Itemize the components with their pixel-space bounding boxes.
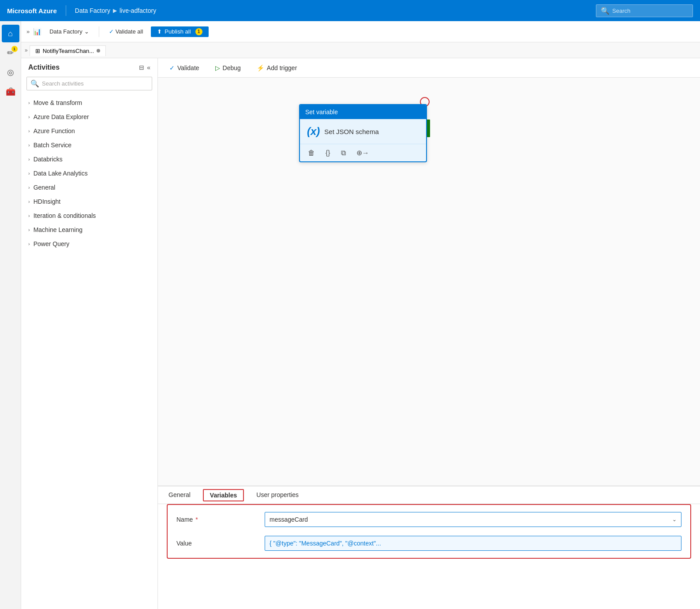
workspace: Activities ⊟ « 🔍 › Move & transform (21, 58, 700, 609)
set-variable-header: Set variable (300, 105, 426, 119)
publish-all-btn[interactable]: ⬆ Publish all 1 (151, 26, 208, 37)
chevron-right-icon: › (28, 227, 30, 232)
content-area: » 📊 Data Factory ⌄ ✓ Validate all ⬆ Publ… (21, 21, 700, 609)
tab-general[interactable]: General (167, 488, 192, 503)
icon-sidebar: ⌂ ✏ 1 ◎ 🧰 (0, 21, 21, 609)
chevron-right-icon: › (28, 171, 30, 176)
search-icon: 🔍 (30, 79, 39, 88)
datafactory-chevron-icon: ⌄ (84, 28, 89, 35)
activities-search-box[interactable]: 🔍 (26, 77, 152, 90)
add-activity-btn[interactable]: ⊕→ (355, 148, 371, 158)
top-nav: Microsoft Azure Data Factory ▶ live-adfa… (0, 0, 700, 21)
chevron-right-icon: › (28, 157, 30, 162)
search-input[interactable] (612, 7, 688, 14)
activity-group-label: Databricks (34, 156, 63, 163)
validate-btn[interactable]: ✓ Validate (167, 63, 202, 73)
chevron-right-icon: › (28, 241, 30, 247)
datafactory-dropdown-btn[interactable]: Data Factory ⌄ (45, 26, 93, 37)
list-item[interactable]: › Move & transform (21, 96, 157, 110)
json-btn[interactable]: {} (324, 148, 332, 158)
set-variable-card[interactable]: Set variable (x) Set JSON schema 🗑 {} ⧉ … (299, 104, 427, 162)
validate-all-label: Validate all (116, 28, 143, 35)
activity-group-label: Data Lake Analytics (34, 170, 88, 177)
sidebar-edit-btn[interactable]: ✏ 1 (2, 44, 19, 62)
list-item[interactable]: › Batch Service (21, 138, 157, 152)
value-text: { "@type": "MessageCard", "@context"... (270, 540, 381, 547)
value-row: Value { "@type": "MessageCard", "@contex… (176, 536, 681, 551)
list-item[interactable]: › Azure Function (21, 124, 157, 138)
edit-badge: 1 (11, 46, 18, 52)
value-input[interactable]: { "@type": "MessageCard", "@context"... (265, 536, 681, 551)
publish-label: Publish all (165, 28, 191, 35)
sidebar-monitor-btn[interactable]: ◎ (2, 64, 19, 81)
home-icon: ⌂ (8, 29, 13, 38)
activities-search-input[interactable] (42, 80, 148, 87)
right-panel: ✓ Validate ▷ Debug ⚡ Add trigger (158, 58, 700, 609)
tab-variables[interactable]: Variables (203, 489, 244, 501)
name-value: messageCard (270, 516, 308, 523)
validate-icon: ✓ (169, 64, 175, 71)
breadcrumb-resource: live-adfactory (120, 7, 156, 14)
chevron-right-icon: › (28, 128, 30, 134)
pipeline-canvas: Set variable (x) Set JSON schema 🗑 {} ⧉ … (158, 78, 700, 486)
variables-form: Name * messageCard ⌄ Value { "@type" (167, 504, 691, 559)
list-item[interactable]: › General (21, 180, 157, 194)
list-item[interactable]: › Power Query (21, 237, 157, 251)
pipeline-tab-icon: ⊞ (35, 48, 40, 54)
search-icon: 🔍 (601, 7, 610, 15)
list-item[interactable]: › Iteration & conditionals (21, 209, 157, 223)
activity-group-label: Batch Service (34, 142, 71, 149)
name-dropdown[interactable]: messageCard ⌄ (265, 512, 681, 527)
required-asterisk: * (195, 516, 198, 523)
tab-user-properties[interactable]: User properties (255, 488, 300, 503)
list-item[interactable]: › HDInsight (21, 194, 157, 209)
list-item[interactable]: › Azure Data Explorer (21, 110, 157, 124)
debug-icon: ▷ (215, 64, 220, 71)
activities-header: Activities ⊟ « (21, 58, 157, 75)
list-item[interactable]: › Databricks (21, 152, 157, 166)
chevron-right-icon: › (28, 100, 30, 105)
collapse-icon[interactable]: ⊟ (139, 64, 144, 71)
tab-variables-label: Variables (210, 492, 237, 499)
breadcrumb-service[interactable]: Data Factory (75, 7, 110, 14)
chevron-right-icon: › (28, 199, 30, 204)
chevron-right-icon: › (28, 142, 30, 148)
main-toolbar: » 📊 Data Factory ⌄ ✓ Validate all ⬆ Publ… (21, 21, 700, 42)
activities-header-actions: ⊟ « (139, 64, 150, 71)
list-item[interactable]: › Data Lake Analytics (21, 166, 157, 180)
toolbar-divider (99, 26, 99, 37)
chevron-down-icon: ⌄ (672, 516, 677, 523)
set-variable-x-icon: (x) (307, 125, 320, 138)
activity-group-label: Azure Function (34, 127, 75, 135)
set-variable-footer: 🗑 {} ⧉ ⊕→ (300, 144, 426, 161)
collapse2-icon[interactable]: « (147, 64, 150, 71)
copy-btn[interactable]: ⧉ (339, 148, 348, 158)
activities-list: › Move & transform › Azure Data Explorer… (21, 94, 157, 609)
bottom-tabs: General Variables User properties (158, 486, 700, 504)
add-trigger-btn[interactable]: ⚡ Add trigger (254, 63, 299, 73)
tabs-expand-btn[interactable]: » (25, 47, 28, 53)
activity-group-label: HDInsight (34, 198, 60, 205)
global-search[interactable]: 🔍 (596, 4, 693, 17)
pipeline-canvas-toolbar: ✓ Validate ▷ Debug ⚡ Add trigger (158, 58, 700, 78)
trigger-label: Add trigger (267, 64, 297, 71)
chevron-right-icon: › (28, 114, 30, 120)
delete-btn[interactable]: 🗑 (306, 148, 317, 158)
sidebar-manage-btn[interactable]: 🧰 (2, 83, 19, 101)
monitor-icon: ◎ (7, 67, 14, 77)
sidebar-home-btn[interactable]: ⌂ (2, 25, 19, 42)
validate-all-btn[interactable]: ✓ Validate all (105, 26, 148, 37)
tab-user-properties-label: User properties (256, 491, 299, 498)
list-item[interactable]: › Machine Learning (21, 223, 157, 237)
validate-all-icon: ✓ (109, 28, 114, 35)
debug-btn[interactable]: ▷ Debug (213, 63, 243, 73)
pipeline-tab-modified-dot (97, 49, 100, 52)
expand-btn[interactable]: » (26, 28, 30, 35)
breadcrumb: Data Factory ▶ live-adfactory (75, 7, 156, 14)
publish-icon: ⬆ (157, 28, 162, 35)
pipeline-tab[interactable]: ⊞ NotifiyTeamsChan... (30, 45, 106, 56)
activity-group-label: Move & transform (34, 99, 82, 106)
value-label: Value (176, 540, 256, 547)
bottom-panel: General Variables User properties (158, 486, 700, 609)
pipeline-tab-label: NotifiyTeamsChan... (43, 48, 94, 54)
